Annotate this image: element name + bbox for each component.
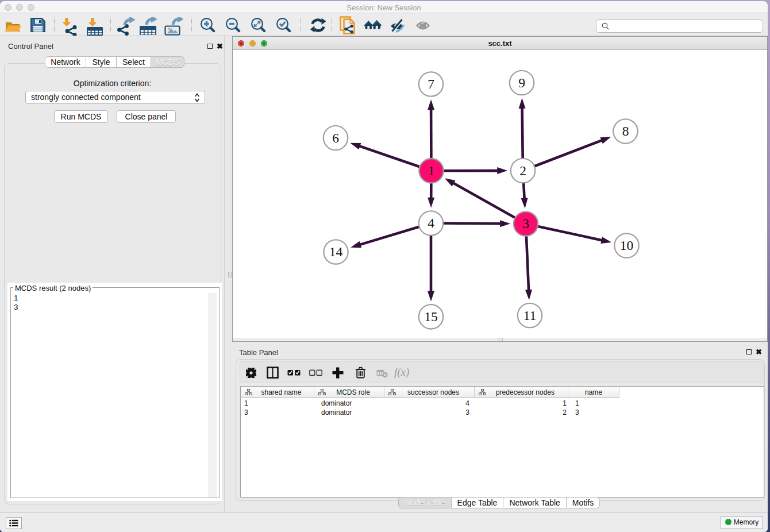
svg-text:4: 4 (428, 215, 434, 230)
svg-text:11: 11 (523, 308, 537, 323)
svg-text:14: 14 (329, 244, 343, 259)
svg-text:3: 3 (522, 216, 529, 231)
svg-text:7: 7 (428, 76, 434, 91)
svg-text:8: 8 (622, 124, 629, 138)
svg-text:1: 1 (428, 163, 435, 178)
svg-text:6: 6 (332, 130, 339, 145)
svg-text:f(x): f(x) (394, 367, 409, 379)
svg-text:15: 15 (424, 309, 438, 324)
svg-text:9: 9 (518, 75, 525, 90)
svg-text:10: 10 (620, 238, 634, 253)
svg-text:2: 2 (519, 163, 526, 178)
